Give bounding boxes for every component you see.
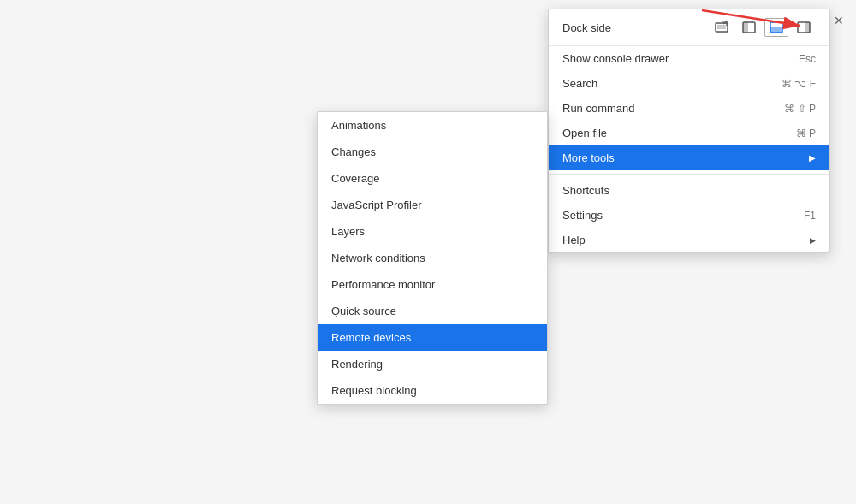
menu-item-shortcut: ⌘ ⌥ F [782,78,816,90]
dock-left-button[interactable] [737,18,761,37]
dock-bottom-icon [770,21,783,34]
arrow-right-icon: ▶ [809,153,816,163]
more-tools-submenu: Animations Changes Coverage JavaScript P… [317,111,548,405]
submenu-item-layers[interactable]: Layers [318,218,547,245]
menu-item-label: Open file [562,127,782,139]
svg-rect-3 [717,25,726,29]
submenu-item-label: Changes [331,145,533,158]
menu-item-search[interactable]: Search ⌘ ⌥ F [549,71,829,96]
svg-rect-8 [770,27,782,33]
dock-icons [710,18,816,37]
submenu-item-label: Remote devices [331,331,533,344]
menu-item-label: Search [562,77,768,90]
submenu-item-js-profiler[interactable]: JavaScript Profiler [318,192,547,218]
submenu-item-changes[interactable]: Changes [318,139,547,165]
menu-item-label: Help [562,234,803,246]
submenu-item-label: JavaScript Profiler [331,199,533,211]
menu-item-label: Settings [562,209,790,222]
menu-item-shortcuts[interactable]: Shortcuts [549,178,829,203]
menu-item-show-console-drawer[interactable]: Show console drawer Esc [549,46,829,71]
menu-item-label: Run command [562,102,770,115]
menu-item-help[interactable]: Help ▶ [549,228,829,252]
menu-item-label: More tools [562,151,802,164]
submenu-item-remote-devices[interactable]: Remote devices [318,324,547,351]
close-icon: ✕ [834,14,844,27]
dock-side-label: Dock side [562,21,703,34]
dock-undock-button[interactable] [710,18,734,37]
dock-left-icon [742,21,756,34]
menu-item-shortcut: F1 [804,210,816,222]
dock-side-row: Dock side [549,9,829,46]
submenu-item-label: Performance monitor [331,278,533,291]
menu-item-shortcut: ⌘ ⇧ P [784,103,816,115]
submenu-item-performance-monitor[interactable]: Performance monitor [318,271,547,298]
dock-bottom-button[interactable] [764,18,788,37]
menu-item-more-tools[interactable]: More tools ▶ [549,145,829,170]
menu-item-open-file[interactable]: Open file ⌘ P [549,121,829,145]
svg-rect-10 [805,22,810,33]
submenu-item-label: Coverage [331,172,533,185]
submenu-item-label: Request blocking [331,384,533,397]
submenu-item-request-blocking[interactable]: Request blocking [318,377,547,404]
menu-item-run-command[interactable]: Run command ⌘ ⇧ P [549,96,829,121]
submenu-item-label: Quick source [331,305,533,317]
submenu-item-quick-source[interactable]: Quick source [318,298,547,324]
submenu-item-label: Animations [331,119,533,132]
menu-divider [549,174,829,175]
dock-right-icon [797,21,811,34]
menu-item-label: Shortcuts [562,184,816,197]
menu-item-label: Show console drawer [562,52,785,65]
submenu-item-label: Layers [331,225,533,238]
submenu-item-label: Rendering [331,358,533,371]
arrow-right-icon: ▶ [810,236,816,245]
submenu-item-label: Network conditions [331,252,533,264]
submenu-item-animations[interactable]: Animations [318,112,547,139]
submenu-item-coverage[interactable]: Coverage [318,165,547,192]
dock-right-button[interactable] [792,18,816,37]
submenu-item-network-conditions[interactable]: Network conditions [318,245,547,271]
submenu-item-rendering[interactable]: Rendering [318,351,547,377]
menu-item-shortcut: Esc [799,53,816,65]
svg-rect-6 [743,22,748,33]
undock-icon [715,21,728,34]
menu-item-shortcut: ⌘ P [796,127,816,139]
main-menu: Dock side [548,9,830,253]
menu-item-settings[interactable]: Settings F1 [549,203,829,228]
